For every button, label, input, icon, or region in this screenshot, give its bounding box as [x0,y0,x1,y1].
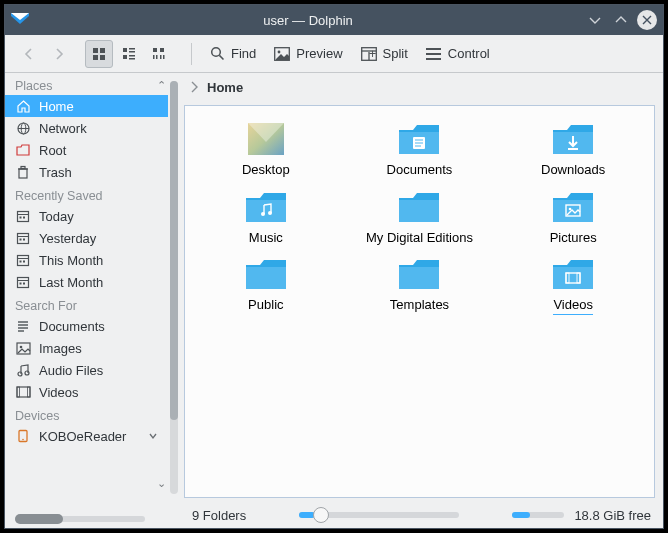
file-item-pictures[interactable]: Pictures [500,188,646,246]
file-item-templates[interactable]: Templates [347,255,493,315]
file-item-public[interactable]: Public [193,255,339,315]
status-free: 18.8 GiB free [574,508,651,523]
sidebar-scrollbar[interactable] [170,81,178,494]
titlebar: user — Dolphin [5,5,663,35]
file-item-downloads[interactable]: Downloads [500,120,646,178]
sidebar-scroll-thumb[interactable] [170,81,178,420]
folder-icon [550,255,596,293]
svg-rect-26 [426,48,441,50]
svg-rect-5 [100,55,105,60]
zoom-slider[interactable] [299,512,459,518]
breadcrumb-separator-icon [190,81,199,93]
svg-rect-32 [19,169,27,178]
sidebar-item-today[interactable]: Today [5,205,168,227]
maximize-button[interactable] [611,10,631,30]
split-label: Split [383,46,408,61]
find-button[interactable]: Find [202,40,263,68]
svg-point-73 [268,211,272,215]
sidebar-item-images[interactable]: Images [5,337,168,359]
sidebar-item-this-month[interactable]: This Month [5,249,168,271]
zoom-handle[interactable] [313,507,329,523]
svg-rect-4 [93,55,98,60]
nav-forward-button[interactable] [45,40,73,68]
sidebar-item-documents[interactable]: Documents [5,315,168,337]
control-button[interactable]: Control [419,40,497,68]
sidebar-item-last-month[interactable]: Last Month [5,271,168,293]
window-title: user — Dolphin [37,13,579,28]
file-label: Music [249,230,283,246]
svg-rect-12 [153,48,157,52]
app-icon [11,11,29,29]
sidebar-item-network[interactable]: Network [5,117,168,139]
file-item-my-digital-editions[interactable]: My Digital Editions [347,188,493,246]
toolbar: Find Preview + Split Control [5,35,663,73]
home-icon [15,98,31,114]
svg-point-75 [569,207,572,210]
minimize-button[interactable] [585,10,605,30]
svg-rect-46 [23,261,25,263]
file-label: My Digital Editions [366,230,473,246]
svg-rect-50 [23,283,25,285]
grid-icon [91,46,107,62]
file-item-documents[interactable]: Documents [347,120,493,178]
sidebar-scroll-up-icon[interactable]: ⌃ [157,79,166,92]
places-panel: PlacesHomeNetworkRootTrashRecently Saved… [5,73,180,528]
calendar-icon [15,252,31,268]
sidebar-slider-handle[interactable] [15,514,63,524]
svg-rect-37 [20,217,22,219]
breadcrumb-current[interactable]: Home [207,80,243,95]
folder-icon [550,188,596,226]
sidebar-item-label: Last Month [39,275,103,290]
sidebar-item-label: KOBOeReader [39,429,126,444]
sidebar-item-videos[interactable]: Videos [5,381,168,403]
svg-rect-42 [23,239,25,241]
audio-icon [15,362,31,378]
chevron-left-icon [21,46,37,62]
svg-rect-6 [123,48,127,52]
file-label: Templates [390,297,449,313]
svg-rect-16 [160,55,162,59]
folder-icon [243,188,289,226]
image-icon [15,340,31,356]
sidebar-item-label: Videos [39,385,79,400]
sidebar-item-trash[interactable]: Trash [5,161,168,183]
folder-icon [243,120,289,158]
chevron-down-icon[interactable] [148,431,158,441]
svg-rect-49 [20,283,22,285]
preview-label: Preview [296,46,342,61]
control-label: Control [448,46,490,61]
sidebar-section-header: Places [5,73,168,95]
view-details-button[interactable] [145,40,173,68]
sidebar-item-yesterday[interactable]: Yesterday [5,227,168,249]
search-icon [209,46,225,62]
view-icons-button[interactable] [85,40,113,68]
sidebar-item-audio-files[interactable]: Audio Files [5,359,168,381]
sidebar-item-label: Audio Files [39,363,103,378]
sidebar-width-slider[interactable] [15,516,145,522]
breadcrumb[interactable]: Home [180,73,663,101]
view-compact-button[interactable] [115,40,143,68]
file-item-music[interactable]: Music [193,188,339,246]
file-view[interactable]: Desktop Documents Downloads Music My Dig… [184,105,655,498]
toolbar-separator [191,43,192,65]
preview-button[interactable]: Preview [267,40,349,68]
root-icon [15,142,31,158]
sidebar-item-koboereader[interactable]: KOBOeReader [5,425,168,447]
file-item-videos[interactable]: Videos [500,255,646,315]
svg-rect-34 [21,166,25,168]
svg-rect-28 [426,58,441,60]
sidebar-scroll-down-icon[interactable]: ⌄ [157,477,166,490]
sidebar-item-home[interactable]: Home [5,95,168,117]
nav-back-button[interactable] [15,40,43,68]
sidebar-item-root[interactable]: Root [5,139,168,161]
close-button[interactable] [637,10,657,30]
svg-point-72 [261,212,265,216]
status-count: 9 Folders [192,508,246,523]
svg-rect-14 [153,55,155,59]
svg-rect-61 [17,387,20,397]
split-button[interactable]: + Split [354,40,415,68]
folder-icon [396,188,442,226]
calendar-icon [15,208,31,224]
chevron-right-icon [51,46,67,62]
file-item-desktop[interactable]: Desktop [193,120,339,178]
